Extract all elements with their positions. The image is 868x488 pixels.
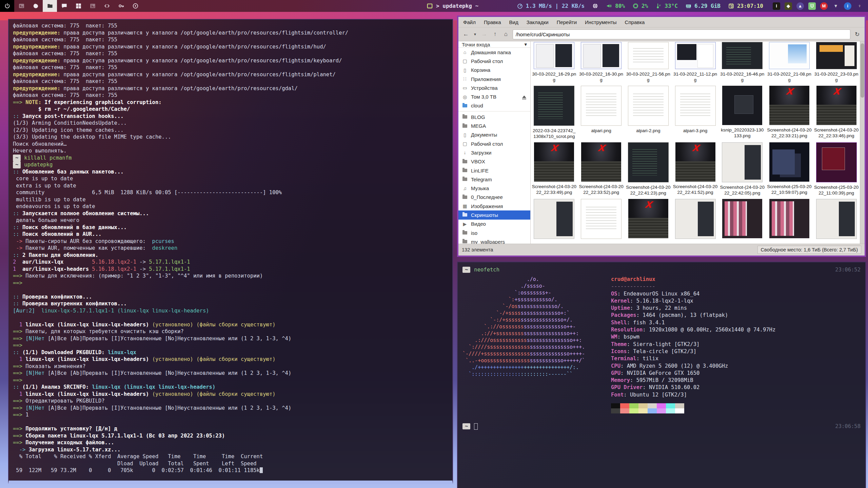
palette-swatch bbox=[648, 403, 657, 408]
file-item[interactable] bbox=[813, 199, 860, 239]
file-item[interactable]: alpari-3.png bbox=[672, 86, 719, 139]
file-item[interactable]: Screenshot-(25-03-2022_10:59:07).png bbox=[766, 142, 813, 196]
folder-icon bbox=[462, 124, 468, 128]
file-item[interactable]: ksnip_20220323-130133.png bbox=[719, 86, 766, 139]
key-icon[interactable] bbox=[114, 0, 128, 12]
sidebar-item-label: VBOX bbox=[471, 159, 485, 164]
file-item[interactable]: 30-03-2022_16-30.png bbox=[578, 42, 625, 83]
menu-Закладки[interactable]: Закладки bbox=[527, 19, 549, 25]
places-header[interactable]: Точки входа ▾ bbox=[458, 41, 530, 48]
back-icon[interactable]: ← bbox=[462, 30, 470, 39]
files-icon[interactable] bbox=[43, 0, 57, 12]
sidebar-item-VBOX[interactable]: VBOX bbox=[458, 157, 530, 166]
file-thumbnail bbox=[628, 86, 669, 126]
media-icon[interactable] bbox=[128, 0, 142, 12]
menu-Файл[interactable]: Файл bbox=[463, 19, 476, 25]
file-item[interactable]: 30-03-2022_16-29.png bbox=[531, 42, 578, 83]
file-item[interactable] bbox=[578, 199, 625, 239]
sidebar-item-Домашняя папка[interactable]: ⌂Домашняя папка bbox=[458, 48, 530, 57]
sidebar-item-Устройства[interactable]: ▭Устройства bbox=[458, 83, 530, 92]
sidebar-item-BLOG[interactable]: BLOG bbox=[458, 113, 530, 121]
file-item[interactable]: Screenshot-(25-03-2022_11:00:39).png bbox=[813, 142, 860, 196]
sidebar-item-Приложения[interactable]: ∷Приложения bbox=[458, 75, 530, 83]
sidebar-item-my_wallpapers[interactable]: my_wallpapers bbox=[458, 237, 530, 244]
sidebar-item-Telegram[interactable]: Telegram bbox=[458, 175, 530, 184]
sidebar-item-Рабочий стол[interactable]: ▢Рабочий стол bbox=[458, 57, 530, 65]
file-item[interactable]: 2022-03-24-223742_1308x710_scrot.png bbox=[531, 86, 578, 139]
menu-Вид[interactable]: Вид bbox=[509, 19, 518, 25]
sidebar-item-Скриншоты[interactable]: Скриншоты bbox=[458, 210, 530, 219]
menu-Правка[interactable]: Правка bbox=[484, 19, 501, 25]
file-item[interactable] bbox=[531, 199, 578, 239]
file-thumbnail bbox=[628, 142, 669, 182]
file-item[interactable]: Screenshot-(24-03-2022_22:42:05).png bbox=[719, 142, 766, 196]
menu-Справка[interactable]: Справка bbox=[625, 19, 645, 25]
wifi-icon[interactable]: ▼ bbox=[832, 2, 840, 10]
file-item[interactable] bbox=[719, 199, 766, 239]
sidebar-item-label: my_wallpapers bbox=[471, 239, 505, 244]
terminal-output: файловая система: 775 пакет: 755предупре… bbox=[13, 22, 452, 474]
mountain-icon[interactable]: ▲ bbox=[796, 2, 804, 10]
chat-icon[interactable] bbox=[57, 0, 71, 12]
sidebar-item-0_Последнее[interactable]: 0_Последнее bbox=[458, 193, 530, 202]
home-icon[interactable]: ⌂ bbox=[502, 30, 510, 39]
file-item[interactable]: alpari.png bbox=[578, 86, 625, 139]
sidebar-item-MEGA[interactable]: MEGA bbox=[458, 121, 530, 130]
rss-icon[interactable]: ᕫ bbox=[808, 2, 816, 10]
file-item[interactable]: Screenshot-(24-03-2022_22:33:21).png bbox=[766, 86, 813, 139]
sidebar-item-iso[interactable]: iso bbox=[458, 228, 530, 237]
scrollbar-thumb[interactable] bbox=[861, 43, 864, 98]
firefox-icon[interactable] bbox=[28, 0, 43, 12]
sidebar-item-LinLIFE[interactable]: LinLIFE bbox=[458, 166, 530, 175]
sidebar-item-Загрузки[interactable]: ↓Загрузки bbox=[458, 148, 530, 157]
file-item[interactable]: 30-03-2022_21-56.png bbox=[625, 42, 672, 83]
image-icon[interactable] bbox=[85, 0, 100, 12]
file-name: alpari-2.png bbox=[626, 128, 671, 134]
info-icon[interactable]: i bbox=[844, 2, 851, 10]
mega-icon[interactable]: M bbox=[820, 2, 828, 10]
palette-swatch bbox=[620, 408, 629, 413]
bulb-icon[interactable]: ♀ bbox=[856, 2, 863, 10]
sidebar-item-Изображения[interactable]: ▦Изображения bbox=[458, 202, 530, 210]
fm-sidebar: Точки входа ▾ ⌂Домашняя папка▢Рабочий ст… bbox=[458, 41, 531, 244]
scrollbar[interactable] bbox=[860, 41, 865, 244]
terminal-icon[interactable] bbox=[14, 0, 28, 12]
file-item[interactable] bbox=[766, 199, 813, 239]
sidebar-item-Том 3,0 ТВ[interactable]: ◎Том 3,0 ТВ bbox=[458, 92, 530, 101]
menu-Инструменты[interactable]: Инструменты bbox=[585, 19, 617, 25]
code-icon[interactable] bbox=[100, 0, 114, 12]
file-item[interactable]: Screenshot-(24-03-2022_22:33:49).png bbox=[531, 142, 578, 196]
file-item[interactable] bbox=[672, 199, 719, 239]
file-thumbnail bbox=[769, 86, 809, 125]
sidebar-item-Корзина[interactable]: ▯Корзина bbox=[458, 66, 530, 75]
sidebar-item-label: Рабочий стол bbox=[471, 141, 503, 147]
file-item[interactable]: Screenshot-(24-03-2022_22:33:52).png bbox=[578, 142, 625, 196]
file-name: 31-03-2022_11-12.png bbox=[673, 71, 718, 83]
file-item[interactable]: 31-03-2022_16-46.png bbox=[719, 42, 766, 83]
keyboard-lamp-icon[interactable]: I bbox=[773, 2, 780, 10]
eject-icon[interactable] bbox=[522, 96, 526, 98]
diamond-icon[interactable]: ◈ bbox=[785, 2, 792, 10]
menu-Перейти[interactable]: Перейти bbox=[557, 19, 577, 25]
power-icon[interactable] bbox=[0, 0, 14, 12]
history-dropdown-icon[interactable]: ▾ bbox=[473, 30, 477, 39]
sidebar-item-cloud[interactable]: cloud bbox=[458, 101, 530, 110]
up-icon[interactable]: ↑ bbox=[491, 30, 499, 39]
sidebar-item-label: cloud bbox=[471, 103, 483, 108]
file-item[interactable]: 31-03-2022_23-03.png bbox=[813, 42, 860, 83]
sidebar-item-Музыка[interactable]: ♫Музыка bbox=[458, 184, 530, 192]
file-item[interactable] bbox=[625, 199, 672, 239]
reload-icon[interactable]: ↻ bbox=[853, 30, 861, 39]
file-item[interactable]: 31-03-2022_21-08.png bbox=[766, 42, 813, 83]
file-item[interactable]: Screenshot-(24-03-2022_22:33:46).png bbox=[813, 86, 860, 139]
file-item[interactable]: 31-03-2022_11-12.png bbox=[672, 42, 719, 83]
sidebar-item-Рабочий стол[interactable]: ▢Рабочий стол bbox=[458, 139, 530, 148]
sidebar-item-Документы[interactable]: ▯Документы bbox=[458, 130, 530, 139]
path-input[interactable]: /home/crud/Скриншоты bbox=[513, 29, 850, 39]
file-item[interactable]: Screenshot-(24-03-2022_22:41:52).png bbox=[672, 142, 719, 196]
file-item[interactable]: Screenshot-(24-03-2022_22:41:23).png bbox=[625, 142, 672, 196]
windows-icon[interactable] bbox=[71, 0, 85, 12]
video-icon: ▶ bbox=[462, 221, 468, 227]
file-item[interactable]: alpari-2.png bbox=[625, 86, 672, 139]
sidebar-item-Видео[interactable]: ▶Видео bbox=[458, 220, 530, 228]
